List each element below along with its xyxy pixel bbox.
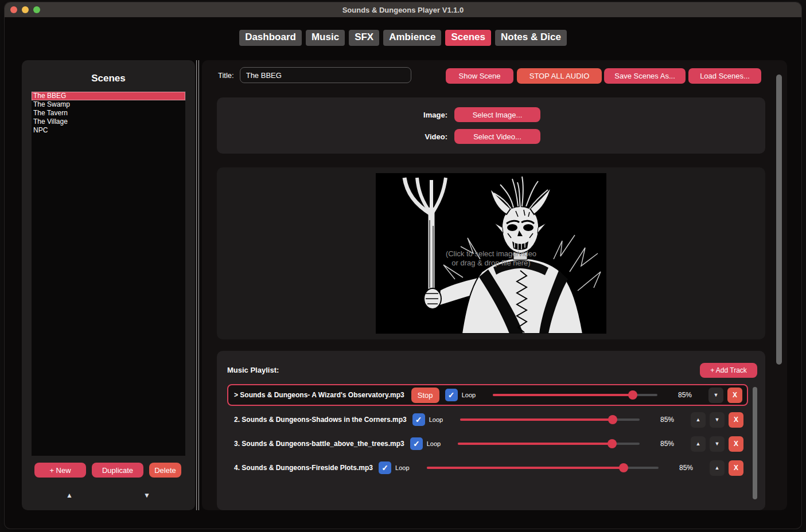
music-playlist-panel: Music Playlist: + Add Track > Sounds & D…: [217, 351, 765, 510]
volume-value: 85%: [655, 416, 674, 424]
title-bar: Sounds & Dungeons Player V1.1.0: [5, 2, 801, 17]
scene-artwork-demon-illustration: [376, 173, 606, 334]
move-scene-down-button[interactable]: ▼: [141, 490, 153, 500]
scenes-heading: Scenes: [22, 73, 195, 84]
volume-slider[interactable]: [493, 394, 657, 396]
window-title: Sounds & Dungeons Player V1.1.0: [342, 6, 464, 14]
duplicate-scene-button[interactable]: Duplicate: [92, 463, 143, 478]
save-scenes-button[interactable]: Save Scenes As...: [604, 68, 686, 84]
move-track-down-button[interactable]: ▼: [708, 388, 723, 403]
scene-list-item[interactable]: The Village: [32, 118, 185, 126]
move-track-up-button[interactable]: ▲: [691, 436, 706, 452]
checkmark-icon: ✓: [381, 464, 388, 472]
scene-list-item[interactable]: The Tavern: [32, 109, 185, 118]
scene-image-dropzone[interactable]: (Click to select image/video or drag & d…: [217, 167, 765, 339]
move-track-down-button[interactable]: ▼: [710, 412, 725, 428]
track-row: 3. Sounds & Dungeons-battle_above_the_tr…: [227, 433, 748, 454]
sidebar-splitter-handle[interactable]: [196, 60, 199, 510]
volume-slider-fill: [427, 467, 624, 469]
stop-all-audio-button[interactable]: STOP ALL AUDIO: [517, 68, 602, 84]
app-window: Sounds & Dungeons Player V1.1.0 Dashboar…: [5, 2, 801, 529]
checkmark-icon: ✓: [448, 391, 455, 399]
volume-value: 85%: [672, 391, 692, 399]
loop-checkbox[interactable]: ✓: [410, 437, 423, 450]
tab-button[interactable]: Ambience: [383, 30, 441, 46]
scene-list: The BBEGThe SwampThe TavernThe VillageNP…: [32, 92, 185, 456]
volume-slider-thumb[interactable]: [619, 463, 628, 472]
image-label: Image:: [419, 111, 447, 119]
volume-slider-thumb[interactable]: [608, 439, 617, 448]
volume-slider-thumb[interactable]: [608, 415, 617, 424]
loop-checkbox[interactable]: ✓: [445, 389, 458, 401]
scene-list-item[interactable]: The Swamp: [32, 100, 185, 109]
volume-slider-fill: [460, 418, 613, 421]
track-name: > Sounds & Dungeons- A Wizard's Observat…: [234, 391, 404, 399]
loop-label: Loop: [429, 416, 443, 423]
video-select-row: Video: Select Video...: [419, 129, 540, 144]
scene-title-row: Title:: [218, 67, 411, 83]
tab-button[interactable]: Dashboard: [239, 30, 302, 46]
tab-button[interactable]: SFX: [349, 30, 379, 46]
show-scene-button[interactable]: Show Scene: [446, 68, 513, 84]
remove-track-button[interactable]: X: [729, 412, 743, 428]
scenes-sidebar: Scenes The BBEGThe SwampThe TavernThe Vi…: [22, 60, 195, 510]
track-row: 2. Sounds & Dungeons-Shadows in the Corn…: [227, 409, 748, 430]
maximize-button[interactable]: [33, 6, 40, 13]
select-image-button[interactable]: Select Image...: [454, 107, 540, 122]
stop-track-button[interactable]: Stop: [411, 388, 439, 403]
playlist-scrollbar[interactable]: [753, 387, 757, 499]
move-track-up-button[interactable]: ▲: [710, 460, 725, 476]
volume-value: 85%: [655, 440, 674, 448]
remove-track-button[interactable]: X: [727, 388, 742, 403]
scene-list-item[interactable]: The BBEG: [32, 92, 185, 100]
loop-checkbox[interactable]: ✓: [412, 413, 425, 426]
add-track-button[interactable]: + Add Track: [700, 363, 757, 378]
video-label: Video:: [419, 132, 447, 141]
volume-slider[interactable]: [458, 443, 640, 445]
traffic-lights: [10, 6, 40, 13]
checkmark-icon: ✓: [415, 416, 422, 424]
remove-track-button[interactable]: X: [729, 436, 743, 452]
checkmark-icon: ✓: [413, 440, 420, 448]
track-row: > Sounds & Dungeons- A Wizard's Observat…: [227, 384, 748, 406]
media-select-panel: Image: Select Image... Video: Select Vid…: [217, 97, 765, 154]
remove-track-button[interactable]: X: [729, 460, 743, 476]
move-track-down-button[interactable]: ▼: [710, 436, 725, 452]
loop-checkbox[interactable]: ✓: [379, 461, 391, 474]
select-video-button[interactable]: Select Video...: [454, 129, 540, 144]
scene-title-input[interactable]: [240, 67, 411, 83]
loop-label: Loop: [462, 392, 476, 398]
track-list: > Sounds & Dungeons- A Wizard's Observat…: [227, 384, 748, 482]
app: Sounds & Dungeons Player V1.1.0 Dashboar…: [0, 0, 806, 532]
track-row: 4. Sounds & Dungeons-Fireside Plots.mp3 …: [227, 457, 748, 478]
scene-list-item[interactable]: NPC: [32, 126, 185, 135]
move-scene-up-button[interactable]: ▲: [64, 490, 75, 500]
down-arrow-icon: ▼: [143, 491, 150, 499]
tab-button[interactable]: Notes & Dice: [495, 30, 567, 46]
volume-slider-fill: [493, 394, 633, 396]
track-name: 3. Sounds & Dungeons-battle_above_the_tr…: [234, 440, 404, 448]
playlist-heading: Music Playlist:: [227, 366, 279, 374]
volume-value: 85%: [673, 464, 693, 472]
load-scenes-button[interactable]: Load Scenes...: [688, 68, 761, 84]
loop-label: Loop: [427, 440, 441, 447]
title-label: Title:: [218, 71, 234, 80]
move-track-up-button[interactable]: ▲: [691, 412, 706, 428]
track-name: 4. Sounds & Dungeons-Fireside Plots.mp3: [234, 464, 373, 472]
track-name: 2. Sounds & Dungeons-Shadows in the Corn…: [234, 416, 407, 424]
loop-label: Loop: [395, 464, 409, 471]
new-scene-button[interactable]: + New: [34, 463, 86, 478]
volume-slider-thumb[interactable]: [628, 390, 637, 400]
volume-slider[interactable]: [427, 467, 659, 469]
tab-bar: DashboardMusicSFXAmbienceScenesNotes & D…: [5, 30, 801, 46]
close-button[interactable]: [10, 6, 17, 13]
tab-button[interactable]: Scenes: [445, 30, 491, 46]
minimize-button[interactable]: [22, 6, 29, 13]
volume-slider[interactable]: [460, 418, 640, 421]
main-scrollbar[interactable]: [776, 75, 782, 365]
up-arrow-icon: ▲: [66, 491, 73, 499]
tab-button[interactable]: Music: [306, 30, 345, 46]
volume-slider-fill: [458, 443, 612, 445]
delete-scene-button[interactable]: Delete: [149, 463, 181, 478]
image-select-row: Image: Select Image...: [419, 107, 540, 122]
